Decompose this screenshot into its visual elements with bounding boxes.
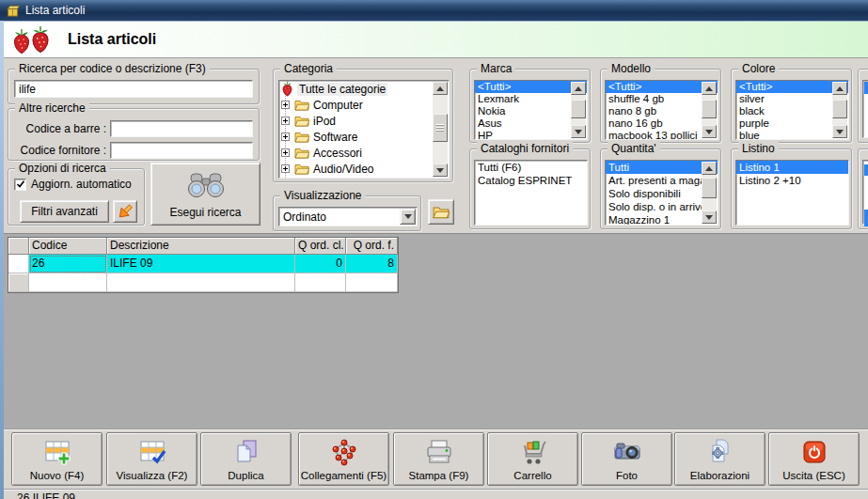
column-header-q-ord-cl[interactable]: Q ord. cl. [295,238,346,255]
scroll-up-icon[interactable] [571,82,586,95]
folder-icon [433,205,450,219]
list-item[interactable]: Listino 1 [736,161,848,174]
scroll-down-icon[interactable] [832,125,847,138]
grid-header-row: Codice Descrizione Q ord. cl. Q ord. f. [8,238,398,255]
expand-plus-icon[interactable] [281,117,290,125]
view-dropdown[interactable]: Ordinato [278,207,418,226]
scroll-down-icon[interactable] [702,211,717,224]
cart-icon [518,437,548,467]
duplicate-button[interactable]: Duplica [200,432,292,486]
tree-item-ipod[interactable]: iPod [279,113,449,129]
cell-q-ord-cl[interactable]: 0 [295,255,346,273]
scrollbar-thumb[interactable] [571,100,586,118]
price-list-group: Listino Listino 1 Listino 2 +10 [731,148,852,229]
list-item[interactable]: Tutti (F6) [475,161,587,174]
results-area: Codice Descrizione Q ord. cl. Q ord. f. … [4,233,868,429]
column-header-q-ord-f[interactable]: Q ord. f. [346,238,398,255]
expand-plus-icon[interactable] [281,148,290,157]
model-group: Modello <Tutti> shuffle 4 gb nano 8 gb n… [600,69,721,143]
expand-plus-icon[interactable] [281,101,290,109]
titlebar[interactable]: Lista articoli [0,0,868,21]
model-group-label: Modello [608,62,655,75]
tree-item-software[interactable]: Software [279,129,449,145]
binoculars-icon [184,172,228,198]
row-selector-cell[interactable] [8,255,29,273]
photo-button[interactable]: Foto [581,432,672,486]
folder-icon [294,163,309,175]
copy-documents-icon [231,437,261,467]
open-folder-button[interactable] [428,199,454,225]
folder-icon [294,131,309,143]
column-header-codice[interactable]: Codice [29,238,107,255]
processing-button[interactable]: Elaborazioni [674,432,765,486]
dropdown-arrow-icon[interactable] [400,209,416,225]
scroll-down-icon[interactable] [702,125,717,138]
view-dropdown-value: Ordinato [283,210,326,225]
barcode-label: Codice a barre : [12,122,106,135]
barcode-input[interactable] [110,120,253,137]
other-search-group: Altre ricerche Codice a barre : Codice f… [8,108,260,161]
scrollbar-thumb[interactable] [702,178,717,198]
results-grid[interactable]: Codice Descrizione Q ord. cl. Q ord. f. … [8,237,399,293]
model-list[interactable]: <Tutti> shuffle 4 gb nano 8 gb nano 16 g… [605,80,718,140]
list-item[interactable]: Listino 2 +10 [736,174,848,187]
tree-item-audio-video[interactable]: Audio/Video [279,161,449,177]
tree-item-monitor[interactable]: Monitor [279,177,449,179]
brand-scrollbar[interactable] [571,82,586,138]
column-header-descrizione[interactable]: Descrizione [107,238,295,255]
quantity-scrollbar[interactable] [702,162,717,224]
view-button[interactable]: Visualizza (F2) [106,432,197,486]
model-scrollbar[interactable] [702,82,717,138]
apply-filters-arrow-button[interactable] [113,200,137,223]
supplier-catalogs-list[interactable]: Tutti (F6) Catalog ESPRINET [474,160,588,226]
page-title: Lista articoli [68,31,156,48]
table-row[interactable]: 26 ILIFE 09 0 8 [8,255,398,273]
scroll-up-icon[interactable] [702,162,717,175]
folder-icon [294,99,309,111]
strawberry-icon [281,81,293,97]
brand-list[interactable]: <Tutti> Lexmark Nokia Asus HP [474,80,588,140]
print-button[interactable]: Stampa (F9) [393,432,484,486]
auto-update-checkbox[interactable] [14,179,26,191]
tree-root-item[interactable]: Tutte le categorie [279,81,449,97]
color-scrollbar[interactable] [832,82,847,138]
price-list[interactable]: Listino 1 Listino 2 +10 [735,160,849,226]
document-gear-icon [705,437,735,467]
cart-button[interactable]: Carrello [487,432,578,486]
scroll-down-icon[interactable] [571,125,586,138]
window-left-border [0,21,4,499]
new-button[interactable]: Nuovo (F4) [11,432,103,486]
list-item[interactable]: Catalog ESPRINET [475,174,587,187]
supplier-code-input[interactable] [110,142,253,159]
category-tree[interactable]: Tutte le categorie Computer iPod Softwar… [278,80,450,179]
scrollbar-thumb[interactable] [702,100,717,118]
scroll-up-icon[interactable] [702,82,717,95]
price-list-label: Listino [738,142,779,155]
search-input[interactable] [14,80,253,98]
cell-q-ord-f[interactable]: 8 [346,255,398,273]
status-text: 26 ILIFE 09 [17,491,75,499]
strawberries-logo-icon [11,24,53,55]
links-button[interactable]: Collegamenti (F5) [298,432,389,486]
cell-codice[interactable]: 26 [29,255,107,273]
quantity-list[interactable]: Tutti Art. presenti a magaz Solo disponi… [605,160,718,226]
scrollbar-thumb[interactable] [832,100,847,118]
folder-icon [294,147,309,159]
expand-plus-icon[interactable] [281,164,290,173]
exit-button[interactable]: Uscita (ESC) [768,432,860,486]
links-graph-icon [329,437,359,467]
tree-item-accessori[interactable]: Accessori [279,145,449,161]
scroll-up-icon[interactable] [832,82,847,95]
tree-item-computer[interactable]: Computer [279,97,449,113]
advanced-filters-label: Filtri avanzati [31,205,98,218]
power-icon [799,437,829,467]
expand-plus-icon[interactable] [281,133,290,141]
advanced-filters-button[interactable]: Filtri avanzati [20,200,109,223]
folder-icon [294,115,309,127]
run-search-button[interactable]: Esegui ricerca [150,163,260,226]
cell-descrizione[interactable]: ILIFE 09 [107,255,295,273]
color-list[interactable]: <Tutti> silver black purple blue [735,80,849,140]
row-selector-header[interactable] [8,238,29,255]
table-check-icon [137,437,167,467]
window-box-icon[interactable] [6,4,20,18]
